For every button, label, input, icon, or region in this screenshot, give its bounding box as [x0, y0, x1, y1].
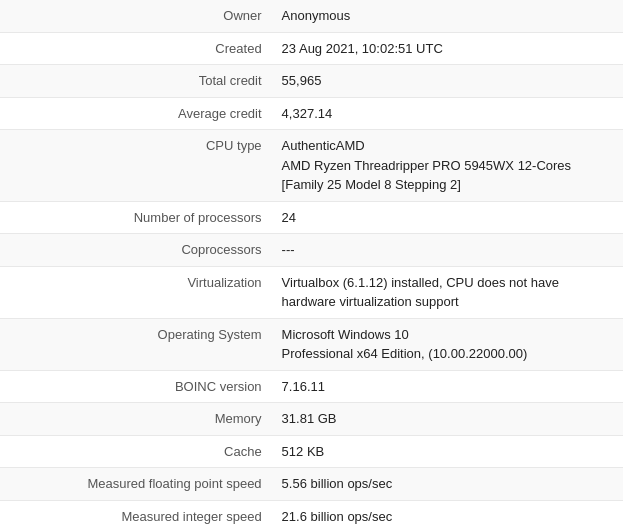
row-value: 5.56 billion ops/sec: [274, 468, 623, 501]
row-value: 4,327.14: [274, 97, 623, 130]
row-label: BOINC version: [0, 370, 274, 403]
table-row: Cache512 KB: [0, 435, 623, 468]
row-label: Created: [0, 32, 274, 65]
row-value: Microsoft Windows 10Professional x64 Edi…: [274, 318, 623, 370]
table-row: Created23 Aug 2021, 10:02:51 UTC: [0, 32, 623, 65]
row-value: Virtualbox (6.1.12) installed, CPU does …: [274, 266, 623, 318]
table-row: Measured floating point speed5.56 billio…: [0, 468, 623, 501]
info-table: OwnerAnonymousCreated23 Aug 2021, 10:02:…: [0, 0, 623, 525]
row-value: ---: [274, 234, 623, 267]
row-label: Owner: [0, 0, 274, 32]
table-row: CPU typeAuthenticAMDAMD Ryzen Threadripp…: [0, 130, 623, 202]
row-label: Measured integer speed: [0, 500, 274, 525]
row-label: Virtualization: [0, 266, 274, 318]
row-label: CPU type: [0, 130, 274, 202]
table-row: OwnerAnonymous: [0, 0, 623, 32]
row-value: 7.16.11: [274, 370, 623, 403]
row-label: Measured floating point speed: [0, 468, 274, 501]
row-value: 23 Aug 2021, 10:02:51 UTC: [274, 32, 623, 65]
row-value: 512 KB: [274, 435, 623, 468]
table-row: Memory31.81 GB: [0, 403, 623, 436]
table-row: Total credit55,965: [0, 65, 623, 98]
table-row: Operating SystemMicrosoft Windows 10Prof…: [0, 318, 623, 370]
table-row: Coprocessors---: [0, 234, 623, 267]
row-label: Average credit: [0, 97, 274, 130]
row-value: 31.81 GB: [274, 403, 623, 436]
row-value: 24: [274, 201, 623, 234]
table-row: Number of processors24: [0, 201, 623, 234]
table-row: BOINC version7.16.11: [0, 370, 623, 403]
row-label: Total credit: [0, 65, 274, 98]
row-value: Anonymous: [274, 0, 623, 32]
row-value: 21.6 billion ops/sec: [274, 500, 623, 525]
table-row: VirtualizationVirtualbox (6.1.12) instal…: [0, 266, 623, 318]
row-label: Coprocessors: [0, 234, 274, 267]
row-value: 55,965: [274, 65, 623, 98]
row-label: Operating System: [0, 318, 274, 370]
row-label: Memory: [0, 403, 274, 436]
table-row: Measured integer speed21.6 billion ops/s…: [0, 500, 623, 525]
row-label: Number of processors: [0, 201, 274, 234]
row-value: AuthenticAMDAMD Ryzen Threadripper PRO 5…: [274, 130, 623, 202]
row-label: Cache: [0, 435, 274, 468]
table-row: Average credit4,327.14: [0, 97, 623, 130]
